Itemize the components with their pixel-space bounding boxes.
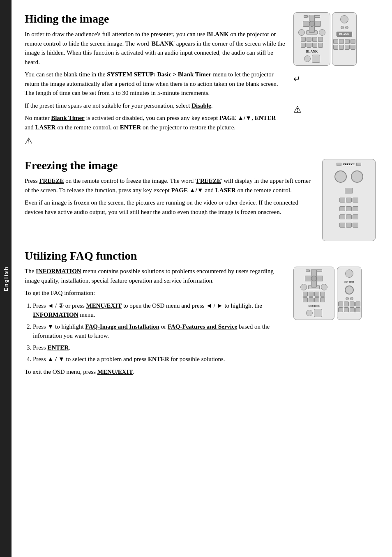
- updown-keyword: ▲ / ▼: [47, 356, 64, 362]
- hiding-section: Hiding the image In order to draw the au…: [25, 12, 384, 147]
- page-freeze-keyword: PAGE ▲/▼: [171, 187, 203, 193]
- hiding-remotes: BLANK: [293, 12, 357, 66]
- freezing-p2: Even if an image is frozen on the screen…: [25, 198, 314, 216]
- btn-row-hiding-2: [304, 55, 320, 63]
- freeze-grid-4: [339, 223, 358, 228]
- dpad-hiding: [303, 20, 321, 28]
- remote-right-drawing: BLANK: [332, 12, 357, 66]
- side-tab: English: [0, 0, 12, 557]
- freeze-grid-3: [339, 214, 358, 219]
- faq-title: Utilizing FAQ function: [25, 249, 384, 262]
- hiding-p1: In order to draw the audience's full att…: [25, 30, 285, 67]
- blank-label: BLANK: [306, 50, 318, 53]
- faq-body: The INFORMATION menu contains possible s…: [25, 267, 384, 380]
- info-keyword-2: INFORMATION: [33, 311, 78, 318]
- laser-keyword: LASER: [35, 124, 55, 131]
- freezing-title: Freezing the image: [25, 159, 314, 172]
- note-icon-hiding: ↵: [293, 74, 300, 84]
- faq-to-get: To get the FAQ information:: [25, 288, 285, 298]
- faq-step-2: Press ▼ to highlight FAQ-Image and Insta…: [33, 322, 285, 341]
- faq-step-1: Press ◄ / ② or press MENU/EXIT to open t…: [33, 301, 285, 320]
- faq-right-row: [346, 297, 353, 300]
- grid-btns-hiding: [301, 37, 323, 48]
- hiding-image-area: BLANK: [293, 12, 384, 147]
- blank-keyword-2: BLANK: [152, 40, 173, 47]
- freeze-keyword-1: FREEZE: [39, 177, 64, 184]
- freezing-text: Freezing the image Press FREEZE on the r…: [25, 159, 314, 241]
- hiding-title: Hiding the image: [25, 12, 285, 25]
- projector-panel-drawing: BLANK: [293, 12, 330, 66]
- hiding-p2: You can set the blank time in the SYSTEM…: [25, 70, 285, 98]
- system-setup-keyword: SYSTEM SETUP: Basic > Blank Timer: [107, 71, 211, 78]
- enter-keyword-faq1: ENTER: [47, 344, 69, 351]
- freezing-section: Freezing the image Press FREEZE on the r…: [25, 159, 384, 241]
- faq-text: The INFORMATION menu contains possible s…: [25, 267, 285, 380]
- btn-row-r1: [341, 26, 348, 29]
- blank-keyword-1: BLANK: [207, 31, 228, 37]
- blank-timer-keyword: Blank Timer: [51, 115, 85, 121]
- hiding-p4: No matter Blank Timer is activated or di…: [25, 113, 285, 132]
- laser-freeze-keyword: LASER: [215, 187, 236, 193]
- enter-keyword-1: ENTER: [255, 115, 276, 121]
- freeze-grid-1: [339, 198, 358, 203]
- hiding-text: Hiding the image In order to draw the au…: [25, 12, 285, 147]
- faq-section: Utilizing FAQ function The INFORMATION m…: [25, 249, 384, 380]
- enter-keyword-faq2: ENTER: [148, 356, 169, 362]
- faq-image-keyword: FAQ-Image and Installation: [85, 323, 159, 330]
- menu-exit-keyword-2: MENU/EXIT: [97, 368, 133, 375]
- faq-steps-list: Press ◄ / ② or press MENU/EXIT to open t…: [33, 301, 285, 364]
- source-label: SOURCE: [308, 304, 320, 308]
- side-tab-label: English: [3, 266, 9, 291]
- freeze-keyword-2: FREEZE: [196, 177, 221, 184]
- menu-exit-keyword-1: MENU/EXIT: [86, 302, 122, 309]
- freezing-p1: Press FREEZE on the remote control to fr…: [25, 176, 314, 195]
- info-keyword: INFORMATION: [36, 268, 81, 274]
- grid-btns-right: [333, 39, 355, 50]
- faq-outro: To exit the OSD menu, press MENU/EXIT.: [25, 367, 285, 377]
- faq-intro: The INFORMATION menu contains possible s…: [25, 267, 285, 285]
- freeze-large-btns: [334, 170, 363, 183]
- hiding-p3: If the preset time spans are not suitabl…: [25, 101, 285, 110]
- freeze-grid-2: [339, 206, 358, 211]
- faq-image-area: SOURCE ENTER: [293, 267, 384, 380]
- faq-remotes: SOURCE ENTER: [293, 267, 384, 320]
- page-keyword: PAGE ▲/▼: [219, 115, 251, 121]
- faq-step-4: Press ▲ / ▼ to select the a problem and …: [33, 354, 285, 364]
- faq-projector-panel: SOURCE: [293, 267, 334, 320]
- disable-keyword: Disable: [191, 102, 211, 109]
- enter-keyword-2: ENTER: [120, 124, 141, 131]
- warning-icon-hiding: ⚠: [25, 136, 285, 147]
- freezing-image-area: FREEZE: [322, 159, 384, 241]
- faq-remote-right: ENTER: [337, 267, 362, 320]
- faq-step-3: Press ENTER.: [33, 343, 285, 352]
- faq-btn-row-2: [306, 309, 322, 317]
- enter-label-faq: ENTER: [344, 280, 354, 283]
- warning-icon-hiding-right: ⚠: [293, 104, 302, 115]
- faq-grid-right: [338, 302, 360, 312]
- faq-grid-btns: [303, 292, 325, 302]
- dpad-faq: [305, 274, 323, 283]
- freezing-content: Freezing the image Press FREEZE on the r…: [25, 159, 384, 241]
- freeze-remote-drawing: FREEZE: [322, 159, 376, 241]
- faq-features-keyword: FAQ-Features and Service: [168, 323, 237, 330]
